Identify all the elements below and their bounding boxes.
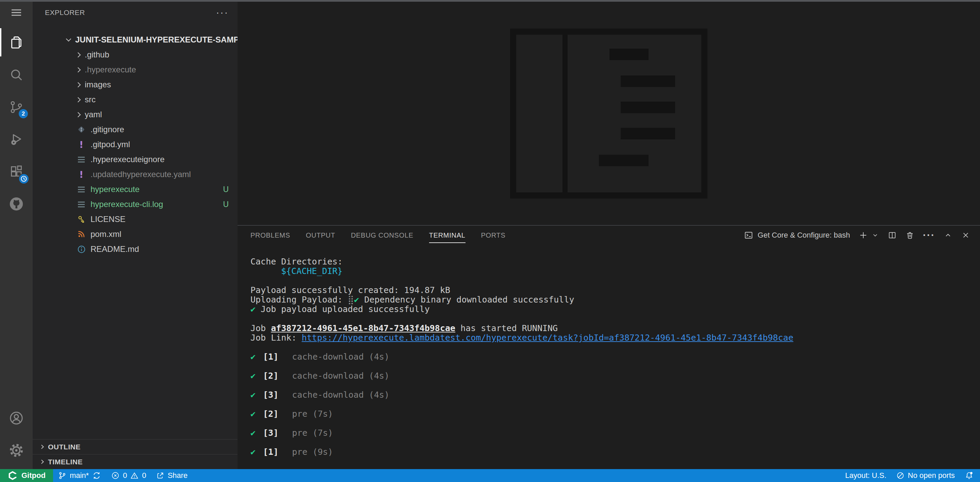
terminal-cache-dir: ${CACHE_DIR}: [281, 266, 343, 276]
terminal-session-select[interactable]: Get Core & Configure: bash: [743, 230, 850, 240]
tree-item-gitpod-yml[interactable]: ! .gitpod.yml: [33, 137, 237, 152]
maximize-panel-button[interactable]: [943, 230, 953, 240]
tree-item-label: pom.xml: [91, 230, 121, 239]
activity-item-account[interactable]: [0, 402, 33, 434]
sidebar-more-actions-icon[interactable]: ···: [216, 11, 229, 14]
tree-item-label: yaml: [85, 110, 102, 119]
tree-item-updatedhyperexecute-yaml[interactable]: ! .updatedhyperexecute.yaml: [33, 167, 237, 182]
chevron-right-icon: [40, 460, 44, 464]
key-icon: [76, 215, 86, 224]
workbench: 2 EXPLORER: [0, 2, 980, 469]
tree-item-gitignore[interactable]: .gitignore: [33, 122, 237, 137]
tree-item-yaml-folder[interactable]: yaml: [33, 107, 237, 122]
circle-slash-icon: [896, 471, 905, 480]
github-icon: [8, 196, 24, 212]
tree-item-label: .hyperexecuteignore: [91, 155, 164, 164]
task-index: [3]: [263, 428, 278, 438]
tab-debug-console[interactable]: DEBUG CONSOLE: [351, 226, 414, 245]
section-timeline[interactable]: TIMELINE: [33, 454, 237, 469]
panel-tabs: PROBLEMS OUTPUT DEBUG CONSOLE TERMINAL P…: [250, 226, 506, 245]
tab-terminal[interactable]: TERMINAL: [429, 226, 466, 245]
tree-item-readme-md[interactable]: README.md: [33, 242, 237, 257]
bell-icon: [964, 471, 974, 480]
warning-icon: [130, 471, 139, 480]
chevron-down-icon: [66, 36, 72, 41]
tree-item-label: hyperexecute-cli.log: [91, 200, 163, 209]
tree-item-label: images: [85, 80, 111, 89]
clock-icon: [20, 175, 27, 182]
git-untracked-badge: U: [223, 200, 229, 209]
tree-item-github-folder[interactable]: .github: [33, 47, 237, 62]
chevron-right-icon: [76, 67, 81, 72]
file-tree: JUNIT-SELENIUM-HYPEREXECUTE-SAMPLE .gith…: [33, 24, 237, 439]
tree-item-label: src: [85, 95, 95, 105]
gitpod-label: Gitpod: [21, 471, 46, 480]
tree-item-license[interactable]: LICENSE: [33, 212, 237, 227]
activity-item-run-debug[interactable]: [0, 123, 33, 155]
activity-item-extensions[interactable]: [0, 155, 33, 188]
status-notifications[interactable]: [959, 469, 980, 482]
terminal-text: Payload successfully created: 194.87 kB: [250, 285, 450, 295]
menu-button[interactable]: [0, 2, 33, 24]
tree-item-label: .gitpod.yml: [91, 140, 130, 149]
chevron-right-icon: [76, 112, 81, 117]
task-row: ✔[2]cache-download (4s): [250, 371, 980, 381]
trash-icon: [905, 230, 915, 240]
split-terminal-button[interactable]: [888, 230, 897, 240]
activity-item-github[interactable]: [0, 188, 33, 220]
chevron-right-icon: [76, 52, 81, 57]
task-name: cache-download (4s): [292, 371, 389, 381]
settings-gear-icon: [8, 442, 24, 458]
preview-left-panel: [516, 35, 563, 192]
source-control-badge: 2: [19, 109, 28, 118]
account-icon: [8, 410, 24, 426]
tree-root-folder[interactable]: JUNIT-SELENIUM-HYPEREXECUTE-SAMPLE: [33, 32, 237, 47]
yaml-exclaim-icon: !: [76, 169, 86, 180]
layout-label: Layout: U.S.: [845, 471, 886, 480]
tree-root-label: JUNIT-SELENIUM-HYPEREXECUTE-SAMPLE: [75, 35, 237, 44]
kill-terminal-button[interactable]: [905, 230, 915, 240]
more-actions-icon[interactable]: ···: [923, 233, 935, 237]
vscode-window: 2 EXPLORER: [0, 0, 980, 482]
tree-item-hyperexecute-file[interactable]: hyperexecute U: [33, 182, 237, 197]
tab-ports[interactable]: PORTS: [481, 226, 506, 245]
editor-image-preview: [510, 29, 708, 198]
job-link[interactable]: https://hyperexecute.lambdatest.com/hype…: [302, 333, 794, 342]
status-share[interactable]: Share: [151, 469, 192, 482]
activity-item-search[interactable]: [0, 59, 33, 91]
section-outline[interactable]: OUTLINE: [33, 439, 237, 454]
tab-problems[interactable]: PROBLEMS: [250, 226, 290, 245]
status-keyboard-layout[interactable]: Layout: U.S.: [840, 469, 891, 482]
tree-item-hyperexecute-cli-log[interactable]: hyperexecute-cli.log U: [33, 197, 237, 212]
check-icon: ✔: [250, 352, 256, 362]
task-name: cache-download (4s): [292, 390, 389, 400]
git-icon: [76, 125, 86, 134]
task-name: pre (9s): [292, 447, 333, 457]
tree-item-images-folder[interactable]: images: [33, 77, 237, 92]
status-gitpod-button[interactable]: Gitpod: [0, 469, 53, 482]
close-panel-button[interactable]: [961, 230, 970, 240]
tree-item-label: .updatedhyperexecute.yaml: [91, 170, 191, 179]
tree-item-hyperexecute-folder[interactable]: .hyperexecute: [33, 62, 237, 77]
sidebar-header: EXPLORER ···: [33, 2, 237, 24]
tree-item-label: .github: [85, 50, 109, 59]
status-ports[interactable]: No open ports: [891, 469, 959, 482]
activity-item-explorer[interactable]: [0, 26, 33, 59]
terminal-text: Uploading Payload:: [250, 295, 348, 304]
explorer-sidebar: EXPLORER ··· JUNIT-SELENIUM-HYPEREXECUTE…: [33, 2, 237, 469]
status-problems[interactable]: 0 0: [106, 469, 151, 482]
task-row: ✔[3]cache-download (4s): [250, 390, 980, 400]
tab-output[interactable]: OUTPUT: [306, 226, 335, 245]
editor-and-panel: PROBLEMS OUTPUT DEBUG CONSOLE TERMINAL P…: [237, 2, 980, 469]
new-terminal-button[interactable]: [858, 230, 869, 240]
terminal-dropdown-button[interactable]: [871, 231, 879, 239]
tree-item-hyperexecuteignore[interactable]: .hyperexecuteignore: [33, 152, 237, 167]
tree-item-pom-xml[interactable]: pom.xml: [33, 227, 237, 242]
activity-item-settings[interactable]: [0, 434, 33, 466]
activity-item-source-control[interactable]: 2: [0, 91, 33, 123]
xml-rss-icon: [76, 230, 86, 239]
status-branch[interactable]: main*: [53, 469, 106, 482]
menu-icon: [9, 5, 24, 20]
explorer-files-icon: [8, 35, 24, 50]
tree-item-src-folder[interactable]: src: [33, 92, 237, 107]
